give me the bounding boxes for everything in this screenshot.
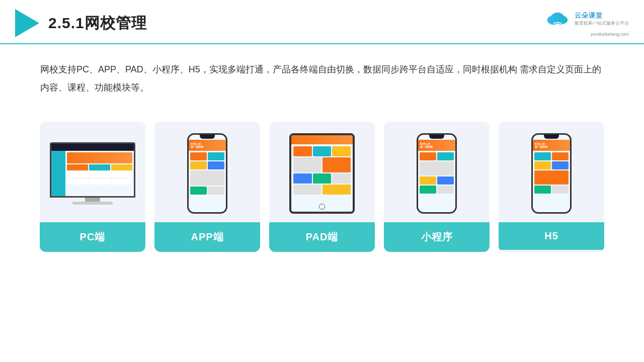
cards-container: PC端 职涯人的第一堂网课 — [0, 112, 644, 267]
phone-notch-h5 — [544, 135, 559, 139]
card-pc: PC端 — [40, 122, 145, 252]
card-app: 职涯人的第一堂网课 — [154, 122, 260, 252]
phone-screen: 职涯人的第一堂网课 — [189, 135, 226, 212]
phone-mockup-mini: 职涯人的第一堂网课 — [417, 133, 457, 214]
card-pad-image — [269, 122, 375, 222]
card-pad-label: PAD端 — [269, 222, 375, 252]
phone-mockup-app: 职涯人的第一堂网课 — [187, 133, 227, 214]
brand-logo: 云朵课堂 教育机构一站式服务云平台 yunduoketang.com — [542, 10, 629, 37]
card-pc-label: PC端 — [40, 222, 145, 252]
pc-mockup — [50, 142, 135, 205]
header-left: 2.5.1网校管理 — [15, 9, 147, 37]
card-pc-image — [40, 122, 145, 222]
brand-slogan: 教育机构一站式服务云平台 — [575, 20, 629, 27]
tablet-screen — [291, 135, 353, 212]
brand-text: 云朵课堂 教育机构一站式服务云平台 — [575, 11, 629, 27]
phone-mockup-h5: 职涯人的第一堂网课 — [531, 133, 572, 214]
phone-header-mini: 职涯人的第一堂网课 — [418, 140, 455, 151]
tablet-mockup — [289, 133, 355, 214]
card-pad: PAD端 — [269, 122, 375, 252]
phone-notch-mini — [429, 135, 444, 139]
brand-top: 云朵课堂 教育机构一站式服务云平台 — [542, 10, 629, 28]
svg-point-4 — [556, 25, 558, 27]
brand-url: yunduoketang.com — [591, 32, 629, 37]
card-h5-label: H5 — [499, 222, 604, 250]
card-h5-image: 职涯人的第一堂网课 — [499, 122, 604, 222]
pc-screen — [50, 142, 135, 198]
svg-point-3 — [551, 13, 564, 23]
logo-triangle-icon — [15, 9, 39, 37]
card-miniprogram-label: 小程序 — [384, 222, 490, 252]
card-miniprogram: 职涯人的第一堂网课 — [384, 122, 490, 252]
brand-name: 云朵课堂 — [575, 11, 603, 20]
phone-header-h5: 职涯人的第一堂网课 — [533, 140, 570, 151]
card-app-image: 职涯人的第一堂网课 — [154, 122, 260, 222]
page-title: 2.5.1网校管理 — [48, 13, 147, 34]
description-text: 网校支持PC、APP、PAD、小程序、H5，实现多端打通，产品各终端自由切换，数… — [0, 44, 644, 107]
phone-header: 职涯人的第一堂网课 — [189, 140, 226, 151]
card-app-label: APP端 — [154, 222, 260, 252]
phone-screen-h5: 职涯人的第一堂网课 — [533, 135, 570, 212]
cloud-icon — [542, 10, 573, 28]
phone-screen-mini: 职涯人的第一堂网课 — [418, 135, 455, 212]
tablet-home-button — [319, 204, 325, 210]
header: 2.5.1网校管理 — [0, 0, 644, 44]
card-miniprogram-image: 职涯人的第一堂网课 — [384, 122, 490, 222]
card-h5: 职涯人的第一堂网课 — [499, 122, 604, 252]
phone-notch — [200, 135, 215, 139]
